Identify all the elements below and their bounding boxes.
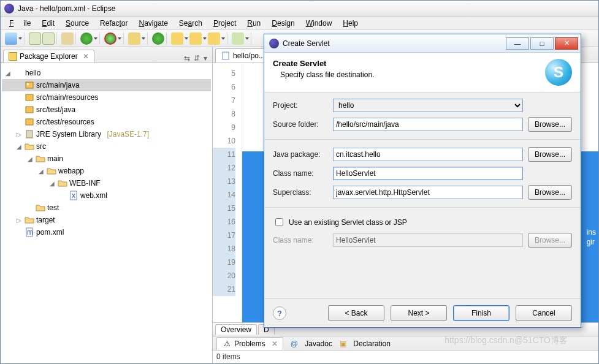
twisty-icon[interactable]: ◢ [48,180,56,187]
dropdown-icon[interactable] [118,37,121,40]
browse-source-button[interactable]: Browse... [528,117,572,132]
dialog-subheading: Specify class file destination. [273,68,374,79]
svg-text:x: x [72,191,75,200]
menu-source[interactable]: Source [61,18,94,29]
twisty-icon[interactable]: ◢ [37,167,45,175]
dropdown-icon[interactable] [142,37,145,40]
new-pkg-icon[interactable] [171,32,183,45]
menu-design[interactable]: Design [267,18,299,29]
package-explorer-tab[interactable]: Package Explorer ✕ [3,50,94,63]
dialog-titlebar[interactable]: Create Servlet — □ ✕ [264,34,581,53]
tree-main[interactable]: main [47,154,63,163]
tree-src-test-java[interactable]: src/test/java [36,105,75,114]
use-existing-checkbox[interactable] [275,218,283,226]
dialog-banner: Create Servlet Specify class file destin… [264,53,581,93]
project-select[interactable]: hello [333,99,523,112]
menu-window[interactable]: Window [301,18,337,29]
debug-icon[interactable] [104,32,116,45]
dropdown-icon[interactable] [94,37,97,40]
tree-webapp[interactable]: webapp [58,167,84,175]
source-folder-input[interactable] [333,118,523,131]
package-explorer-header: Package Explorer ✕ ⇆ ⇵ ▾ [1,47,212,63]
twisty-icon[interactable]: ◢ [26,155,34,162]
minimize-button[interactable]: — [506,37,529,50]
dropdown-icon[interactable] [221,37,225,40]
java-package-input[interactable] [333,148,523,161]
browse-superclass-button[interactable]: Browse... [528,185,572,200]
tree-src-main-resources[interactable]: src/main/resources [36,93,98,102]
twisty-icon[interactable]: ◢ [4,69,12,77]
tree-target[interactable]: target [36,216,55,224]
next-button[interactable]: Next > [391,305,447,321]
new-class-icon[interactable] [189,32,202,45]
create-servlet-dialog: Create Servlet — □ ✕ Create Servlet Spec… [264,34,581,328]
new-folder-icon[interactable] [208,32,220,45]
tree-webinf[interactable]: WEB-INF [69,179,101,188]
folder-icon [47,166,56,176]
tab-problems[interactable]: ⚠Problems✕ [216,337,283,350]
new-icon[interactable] [5,32,17,45]
folder-icon [36,154,45,164]
dialog-form: Project: hello Source folder: Browse... … [264,93,581,254]
editor-gutter: 5678910 1112131415161718192021 [213,63,242,322]
project-tree: ◢hello src/main/java src/main/resources … [1,63,212,363]
finish-button[interactable]: Finish [453,305,509,321]
collapse-all-icon[interactable]: ⇆ [184,54,190,63]
dialog-heading: Create Servlet [273,59,326,68]
tree-src[interactable]: src [36,142,46,151]
tree-webxml[interactable]: web.xml [80,191,107,200]
library-icon [25,129,34,139]
svg-rect-11 [223,52,229,59]
tree-test[interactable]: test [47,203,59,212]
maximize-button[interactable]: □ [530,37,554,50]
build-icon[interactable] [61,32,74,45]
tree-jre[interactable]: JRE System Library [36,130,101,138]
menu-file[interactable]: File [4,18,36,29]
dropdown-icon[interactable] [203,37,207,40]
cancel-button[interactable]: Cancel [516,305,572,321]
tab-javadoc[interactable]: @ Javadoc [291,339,332,348]
menu-help[interactable]: Help [338,18,363,29]
close-button[interactable]: ✕ [555,37,578,50]
menu-search[interactable]: Search [174,18,207,29]
superclass-input[interactable] [333,186,523,199]
view-menu-icon[interactable]: ▾ [204,54,207,63]
menu-project[interactable]: Project [208,18,241,29]
tree-pom[interactable]: pom.xml [36,228,64,237]
back-button[interactable]: < Back [328,305,384,321]
save-all-icon[interactable] [42,32,55,45]
close-icon[interactable]: ✕ [268,339,278,348]
tree-src-test-resources[interactable]: src/test/resources [36,118,94,126]
close-icon[interactable]: ✕ [80,52,89,61]
link-editor-icon[interactable]: ⇵ [194,54,200,63]
class-name-input[interactable] [333,167,523,180]
tab-declaration[interactable]: ▣ Declaration [340,339,391,348]
tree-project[interactable]: hello [25,69,40,77]
twisty-icon[interactable]: ▷ [15,131,23,138]
pom-file-icon: m [25,227,34,237]
menu-run[interactable]: Run [242,18,265,29]
label-superclass: Superclass: [273,188,328,197]
menu-navigate[interactable]: Navigate [134,18,172,29]
package-icon [25,93,34,102]
tool-icon[interactable] [128,32,140,45]
editor-tab-pom[interactable]: hello/po... [215,48,270,63]
search-icon[interactable] [232,32,244,45]
run-icon[interactable] [80,32,93,45]
dropdown-icon[interactable] [18,37,22,40]
menu-edit[interactable]: Edit [37,18,59,29]
help-button[interactable]: ? [273,306,286,320]
tab-overview[interactable]: Overview [215,324,257,335]
run2-icon[interactable] [152,32,164,45]
twisty-icon[interactable]: ◢ [15,143,23,150]
save-icon[interactable] [29,32,41,45]
label-class-name: Class name: [273,169,328,178]
label-source-folder: Source folder: [273,120,328,129]
tree-src-main-java[interactable]: src/main/java [36,81,80,89]
package-icon [25,117,34,127]
twisty-icon[interactable]: ▷ [15,216,23,224]
dropdown-icon[interactable] [245,37,249,40]
browse-package-button[interactable]: Browse... [528,147,572,162]
dropdown-icon[interactable] [185,37,188,40]
menu-refactor[interactable]: Refactor [95,18,132,29]
